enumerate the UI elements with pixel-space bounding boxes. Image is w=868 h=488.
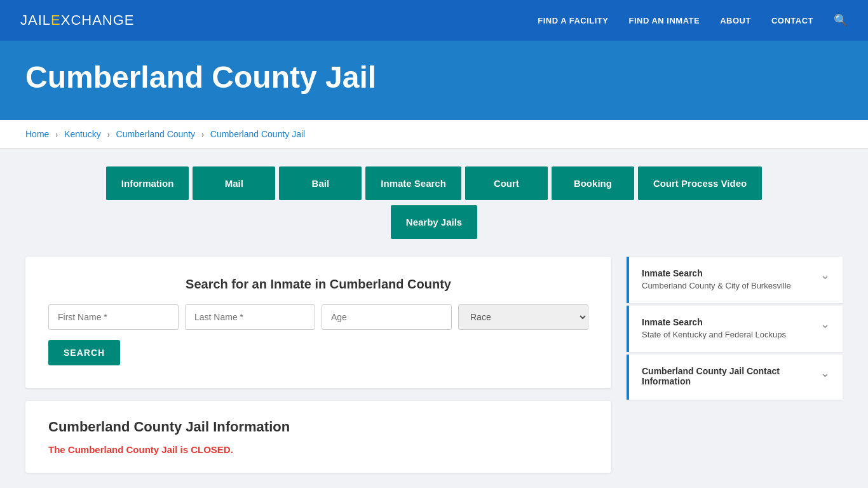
sidebar-item-title-3: Cumberland County Jail Contact Informati… [642, 366, 813, 386]
tab-nearby-jails[interactable]: Nearby Jails [391, 205, 477, 239]
brand-x: E [51, 12, 61, 28]
sidebar-item-title-2: Inmate Search [642, 317, 786, 327]
sidebar-item-subtitle-2: State of Kentucky and Federal Lockups [642, 329, 786, 341]
chevron-down-icon-3: ⌄ [820, 366, 830, 380]
search-button[interactable]: SEARCH [48, 340, 120, 365]
sidebar-item-title-1: Inmate Search [642, 268, 791, 278]
breadcrumb-sep-3: › [201, 130, 204, 139]
sidebar-item-subtitle-1: Cumberland County & City of Burkesville [642, 280, 791, 292]
breadcrumb-sep-2: › [107, 130, 110, 139]
info-heading: Cumberland County Jail Information [48, 419, 588, 435]
sidebar-item-text-1: Inmate Search Cumberland County & City o… [642, 268, 791, 292]
age-input[interactable] [322, 304, 452, 330]
breadcrumb-sep-1: › [55, 130, 58, 139]
hero-section: Cumberland County Jail [0, 41, 868, 120]
info-card: Cumberland County Jail Information The C… [25, 401, 611, 473]
breadcrumb-kentucky[interactable]: Kentucky [64, 129, 101, 139]
search-fields: Race White Black Hispanic Asian Other [48, 304, 588, 330]
info-closed-text: The Cumberland County Jail is CLOSED. [48, 444, 588, 455]
sidebar-item-contact-info[interactable]: Cumberland County Jail Contact Informati… [627, 355, 843, 400]
tab-court-process-video[interactable]: Court Process Video [638, 166, 762, 200]
brand-name-part1: JAIL [20, 12, 51, 28]
content-grid: Search for an Inmate in Cumberland Count… [25, 257, 843, 473]
main-wrapper: Information Mail Bail Inmate Search Cour… [0, 149, 868, 488]
tabs-row-2: Nearby Jails [25, 205, 843, 239]
nav-find-inmate[interactable]: FIND AN INMATE [628, 16, 700, 25]
search-icon[interactable]: 🔍 [834, 13, 848, 27]
last-name-input[interactable] [185, 304, 315, 330]
nav-find-facility[interactable]: FIND A FACILITY [538, 16, 608, 25]
page-title: Cumberland County Jail [25, 61, 843, 95]
nav-about[interactable]: ABOUT [720, 16, 751, 25]
left-column: Search for an Inmate in Cumberland Count… [25, 257, 611, 473]
brand-logo[interactable]: JAILEXCHANGE [20, 12, 135, 29]
search-card: Search for an Inmate in Cumberland Count… [25, 257, 611, 388]
tab-booking[interactable]: Booking [552, 166, 634, 200]
sidebar-item-inmate-search-local[interactable]: Inmate Search Cumberland County & City o… [627, 257, 843, 303]
sidebar: Inmate Search Cumberland County & City o… [627, 257, 843, 473]
first-name-input[interactable] [48, 304, 179, 330]
navbar: JAILEXCHANGE FIND A FACILITY FIND AN INM… [0, 0, 868, 41]
breadcrumb-jail[interactable]: Cumberland County Jail [210, 129, 305, 139]
tab-bail[interactable]: Bail [279, 166, 362, 200]
chevron-down-icon-1: ⌄ [820, 268, 830, 282]
tab-mail[interactable]: Mail [193, 166, 275, 200]
sidebar-item-text-2: Inmate Search State of Kentucky and Fede… [642, 317, 786, 341]
sidebar-item-text-3: Cumberland County Jail Contact Informati… [642, 366, 813, 388]
tab-information[interactable]: Information [106, 166, 189, 200]
brand-name-part2: XCHANGE [61, 12, 135, 28]
nav-links: FIND A FACILITY FIND AN INMATE ABOUT CON… [538, 13, 848, 27]
tabs-row-1: Information Mail Bail Inmate Search Cour… [25, 166, 843, 200]
breadcrumb-home[interactable]: Home [25, 129, 49, 139]
breadcrumb-county[interactable]: Cumberland County [116, 129, 196, 139]
tab-court[interactable]: Court [465, 166, 548, 200]
nav-contact[interactable]: CONTACT [771, 16, 813, 25]
breadcrumb: Home › Kentucky › Cumberland County › Cu… [0, 120, 868, 149]
tab-inmate-search[interactable]: Inmate Search [365, 166, 461, 200]
race-select[interactable]: Race White Black Hispanic Asian Other [458, 304, 588, 330]
chevron-down-icon-2: ⌄ [820, 317, 830, 331]
search-heading: Search for an Inmate in Cumberland Count… [48, 277, 588, 292]
sidebar-item-inmate-search-state[interactable]: Inmate Search State of Kentucky and Fede… [627, 306, 843, 352]
